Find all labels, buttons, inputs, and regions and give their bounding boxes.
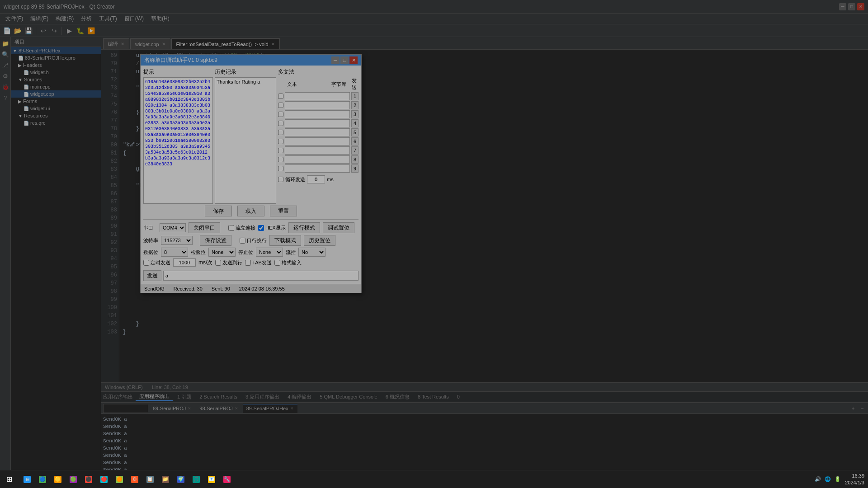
taskbar-app-13[interactable]: 🔧 bbox=[220, 472, 234, 487]
taskbar-app-icon-4: ⚫ bbox=[85, 476, 92, 483]
taskbar-app-icon-0: 🖥 bbox=[24, 476, 31, 483]
taskbar-app-icon-6: 🟠 bbox=[116, 476, 123, 483]
taskbar-app-10[interactable]: 🌍 bbox=[174, 472, 188, 487]
clock-date: 2024/1/3 bbox=[845, 479, 864, 486]
clock-time: 16:39 bbox=[845, 473, 864, 479]
taskbar-app-12[interactable]: 📧 bbox=[204, 472, 219, 487]
taskbar-app-1[interactable]: 🔵 bbox=[35, 472, 50, 487]
clock[interactable]: 16:39 2024/1/3 bbox=[845, 473, 864, 486]
windows-taskbar: ⊞ 🖥🔵🟡🟢⚫🔴🟠⚙📋📁🌍🎵📧🔧 🔊 🌐 🔋 16:39 2024/1/3 bbox=[0, 470, 868, 488]
taskbar-app-icon-9: 📁 bbox=[162, 476, 169, 483]
taskbar-app-9[interactable]: 📁 bbox=[158, 472, 173, 487]
system-tray: 🔊 🌐 🔋 bbox=[814, 476, 841, 483]
tray-icon-2[interactable]: 🌐 bbox=[824, 476, 831, 483]
taskbar-apps: 🖥🔵🟡🟢⚫🔴🟠⚙📋📁🌍🎵📧🔧 bbox=[18, 472, 811, 487]
taskbar-app-icon-1: 🔵 bbox=[39, 476, 46, 483]
taskbar-app-icon-2: 🟡 bbox=[54, 476, 61, 483]
taskbar-app-2[interactable]: 🟡 bbox=[51, 472, 65, 487]
taskbar-app-0[interactable]: 🖥 bbox=[20, 472, 34, 487]
modal-overlay bbox=[0, 0, 868, 488]
taskbar-app-icon-10: 🌍 bbox=[177, 476, 184, 483]
taskbar-app-icon-3: 🟢 bbox=[70, 476, 77, 483]
taskbar-app-3[interactable]: 🟢 bbox=[66, 472, 80, 487]
taskbar-app-icon-5: 🔴 bbox=[100, 476, 108, 483]
tray-icon-1[interactable]: 🔊 bbox=[814, 476, 821, 483]
taskbar-app-5[interactable]: 🔴 bbox=[97, 472, 111, 487]
taskbar-app-icon-13: 🔧 bbox=[223, 476, 231, 483]
taskbar-app-icon-11: 🎵 bbox=[193, 476, 200, 483]
taskbar-app-7[interactable]: ⚙ bbox=[127, 472, 142, 487]
taskbar-app-icon-8: 📋 bbox=[146, 476, 154, 483]
taskbar-app-icon-7: ⚙ bbox=[131, 476, 138, 483]
tray-icon-3[interactable]: 🔋 bbox=[834, 476, 841, 483]
taskbar-right: 🔊 🌐 🔋 16:39 2024/1/3 bbox=[811, 473, 868, 486]
taskbar-app-8[interactable]: 📋 bbox=[143, 472, 157, 487]
taskbar-app-11[interactable]: 🎵 bbox=[189, 472, 203, 487]
start-button[interactable]: ⊞ bbox=[0, 470, 18, 488]
taskbar-app-4[interactable]: ⚫ bbox=[81, 472, 96, 487]
taskbar-app-6[interactable]: 🟠 bbox=[112, 472, 127, 487]
taskbar-app-icon-12: 📧 bbox=[208, 476, 215, 483]
